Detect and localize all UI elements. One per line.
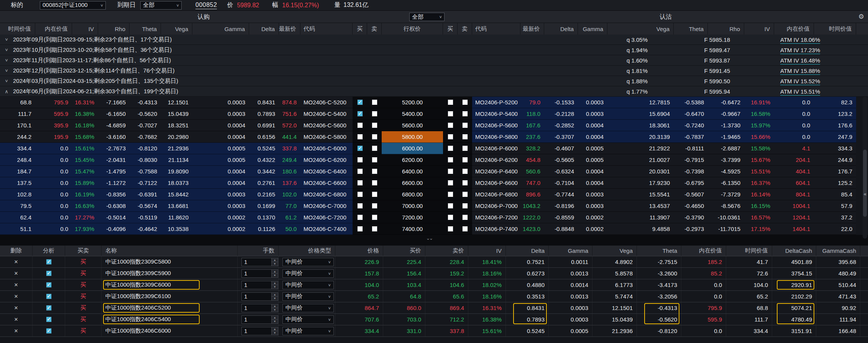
call-buy-checkbox[interactable] xyxy=(353,223,367,235)
put-buy-checkbox[interactable] xyxy=(443,189,458,200)
chain-row[interactable]: 111.7595.916.38%-6.1650-0.562015.04390.0… xyxy=(0,108,868,120)
call-buy-checkbox[interactable] xyxy=(353,131,367,143)
chevron-down-icon[interactable]: ˅ xyxy=(0,47,13,53)
stepper-up-icon[interactable]: ▲ xyxy=(272,258,278,262)
stepper-down-icon[interactable]: ▼ xyxy=(272,274,278,277)
price-type-select[interactable]: 中间价˅ xyxy=(282,292,334,301)
call-header-iv[interactable]: IV xyxy=(72,23,98,35)
price-type-select[interactable]: 中间价˅ xyxy=(282,327,334,335)
call-header-gamma[interactable]: Gamma xyxy=(192,23,249,35)
call-sell-checkbox[interactable] xyxy=(367,143,382,154)
expiry-atm-iv[interactable]: ATM IV 15.88% xyxy=(736,68,820,74)
call-sell-checkbox[interactable] xyxy=(367,212,382,223)
expiry-row[interactable]: ∧2024年06月(到期日2024-06-21;剩余303个自然日、199个交易… xyxy=(0,86,868,97)
delete-icon[interactable]: ✕ xyxy=(14,282,18,288)
put-buy-checkbox[interactable] xyxy=(443,154,458,166)
checkbox-unchecked[interactable] xyxy=(462,226,468,232)
positions-header-theta[interactable]: Theta xyxy=(637,246,681,256)
call-buy-checkbox[interactable] xyxy=(353,143,367,154)
call-sell-checkbox[interactable] xyxy=(367,97,382,108)
side-label[interactable]: 买 xyxy=(80,327,86,335)
put-sell-checkbox[interactable] xyxy=(458,200,472,212)
checkbox-unchecked[interactable] xyxy=(448,180,453,186)
put-sell-checkbox[interactable] xyxy=(458,154,472,166)
put-buy-checkbox[interactable] xyxy=(443,223,458,235)
analyze-checkbox[interactable] xyxy=(46,294,52,299)
checkbox-unchecked[interactable] xyxy=(448,214,453,220)
put-header-code[interactable]: 代码 xyxy=(472,23,520,35)
checkbox-unchecked[interactable] xyxy=(357,226,363,232)
checkbox-unchecked[interactable] xyxy=(372,214,377,220)
position-row[interactable]: ✕买中证1000指数2406C52001▲▼中间价˅864.7860.0869.… xyxy=(0,302,868,314)
underlying-code[interactable]: 000852 xyxy=(195,2,217,9)
call-header-buy[interactable]: 买 xyxy=(353,23,367,35)
put-sell-checkbox[interactable] xyxy=(458,120,472,131)
checkbox-unchecked[interactable] xyxy=(462,99,468,105)
checkbox-checked[interactable] xyxy=(357,99,363,105)
put-sell-checkbox[interactable] xyxy=(458,177,472,189)
expiry-row[interactable]: ˅2023年10月(到期日2023-10-20;剩余58个自然日、36个交易日)… xyxy=(0,45,868,55)
stepper-down-icon[interactable]: ▼ xyxy=(272,308,278,312)
positions-header-intrinsic[interactable]: 内在价值 xyxy=(681,246,726,256)
call-buy-checkbox[interactable] xyxy=(353,212,367,223)
checkbox-unchecked[interactable] xyxy=(372,145,377,151)
put-sell-checkbox[interactable] xyxy=(458,223,472,235)
analyze-checkbox[interactable] xyxy=(46,270,52,276)
expiry-row[interactable]: ˅2023年11月(到期日2023-11-17;剩余86个自然日、56个交易日)… xyxy=(0,55,868,66)
stepper-up-icon[interactable]: ▲ xyxy=(272,304,278,308)
put-sell-checkbox[interactable] xyxy=(458,166,472,177)
analyze-checkbox[interactable] xyxy=(46,317,52,322)
chain-row[interactable]: 184.70.015.47%-1.4795-0.758819.80900.000… xyxy=(0,166,868,177)
quantity-stepper[interactable]: 1▲▼ xyxy=(241,281,278,289)
positions-header-delta[interactable]: Delta xyxy=(506,246,549,256)
call-sell-checkbox[interactable] xyxy=(367,131,382,143)
stepper-up-icon[interactable]: ▲ xyxy=(272,270,278,274)
position-row[interactable]: ✕买中证1000指数2309C60001▲▼中间价˅104.0103.4104.… xyxy=(0,279,868,291)
checkbox-unchecked[interactable] xyxy=(448,99,453,105)
chevron-down-icon[interactable]: ˅ xyxy=(0,78,13,84)
checkbox-unchecked[interactable] xyxy=(462,111,468,117)
checkbox-unchecked[interactable] xyxy=(462,191,468,197)
chain-row[interactable]: 248.40.015.45%-2.0431-0.803021.11340.000… xyxy=(0,154,868,166)
call-buy-checkbox[interactable] xyxy=(353,177,367,189)
call-header-code[interactable]: 代码 xyxy=(300,23,353,35)
put-buy-checkbox[interactable] xyxy=(443,177,458,189)
stepper-down-icon[interactable]: ▼ xyxy=(272,320,278,323)
checkbox-unchecked[interactable] xyxy=(357,122,363,128)
checkbox-unchecked[interactable] xyxy=(372,180,377,186)
chain-row[interactable]: 244.2195.915.68%-3.6160-0.768220.29800.0… xyxy=(0,131,868,143)
checkbox-unchecked[interactable] xyxy=(462,145,468,151)
price-type-select[interactable]: 中间价˅ xyxy=(282,281,334,289)
positions-header-ptype[interactable]: 价格类型 xyxy=(279,246,335,256)
call-sell-checkbox[interactable] xyxy=(367,154,382,166)
call-buy-checkbox[interactable] xyxy=(353,154,367,166)
call-header-rho[interactable]: Rho xyxy=(98,23,130,35)
checkbox-unchecked[interactable] xyxy=(462,180,468,186)
positions-header-bid[interactable]: 买价 xyxy=(383,246,425,256)
call-sell-checkbox[interactable] xyxy=(367,223,382,235)
checkbox-unchecked[interactable] xyxy=(357,168,363,174)
expiry-atm-iv[interactable]: ATM IV 15.51% xyxy=(736,88,820,95)
call-buy-checkbox[interactable] xyxy=(353,97,367,108)
checkbox-unchecked[interactable] xyxy=(448,203,453,209)
strike-filter-select[interactable]: 全部 ˅ xyxy=(409,13,445,21)
put-buy-checkbox[interactable] xyxy=(443,200,458,212)
put-sell-checkbox[interactable] xyxy=(458,189,472,200)
stepper-down-icon[interactable]: ▼ xyxy=(272,331,278,335)
chain-row[interactable]: 334.40.015.61%-2.7673-0.812021.29360.000… xyxy=(0,143,868,154)
quantity-stepper[interactable]: 1▲▼ xyxy=(241,292,278,301)
analyze-checkbox[interactable] xyxy=(46,282,52,288)
quantity-stepper[interactable]: 1▲▼ xyxy=(241,315,278,324)
call-sell-checkbox[interactable] xyxy=(367,177,382,189)
checkbox-unchecked[interactable] xyxy=(372,134,377,140)
call-sell-checkbox[interactable] xyxy=(367,108,382,120)
chevron-down-icon[interactable]: ˅ xyxy=(0,68,13,74)
put-header-sell[interactable]: 卖 xyxy=(458,23,472,35)
collapse-panel-icon[interactable]: « xyxy=(864,191,866,197)
side-label[interactable]: 买 xyxy=(80,258,86,265)
expiry-row[interactable]: ˅2024年03月(到期日2024-03-15;剩余205个自然日、135个交易… xyxy=(0,76,868,86)
put-sell-checkbox[interactable] xyxy=(458,143,472,154)
delete-icon[interactable]: ✕ xyxy=(14,328,18,334)
call-header-delta[interactable]: Delta xyxy=(249,23,279,35)
put-buy-checkbox[interactable] xyxy=(443,212,458,223)
